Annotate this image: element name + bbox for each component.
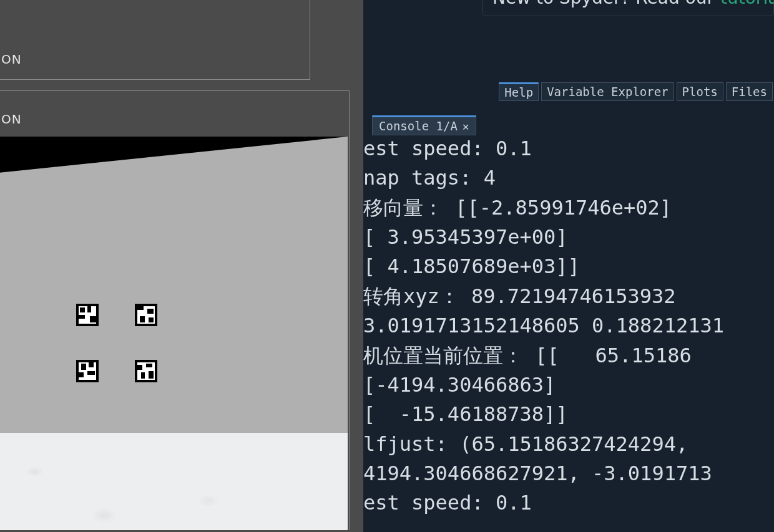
tab-plots[interactable]: Plots — [677, 82, 723, 101]
console-tab[interactable]: Console 1/A ✕ — [372, 115, 476, 135]
ide-right-pane: New to Spyder? Read our tutoria Help Var… — [363, 0, 774, 532]
scene-wall — [0, 137, 348, 437]
aruco-tag-icon — [135, 360, 157, 382]
tutorial-link[interactable]: tutoria — [720, 0, 774, 8]
tab-help[interactable]: Help — [499, 82, 539, 101]
banner-text: New to Spyder? Read our — [492, 0, 714, 8]
camera-main-status: ON — [1, 112, 22, 127]
console-tabbar: Console 1/A ✕ — [372, 115, 476, 135]
camera-panel-top: ON — [0, 0, 310, 80]
welcome-banner: New to Spyder? Read our tutoria — [482, 0, 774, 16]
pane-tabbar: Help Variable Explorer Plots Files — [499, 82, 774, 101]
scene-floor — [0, 433, 348, 530]
camera-panel-area: ON ON — [0, 0, 363, 532]
tab-variable-explorer[interactable]: Variable Explorer — [541, 82, 674, 101]
camera-panel-main: ON — [0, 90, 350, 530]
camera-top-status: ON — [1, 52, 22, 67]
camera-viewport — [0, 137, 348, 530]
aruco-tag-icon — [76, 304, 99, 326]
console-pane: Console 1/A ✕ est speed: 0.1 nap tags: 4… — [363, 103, 774, 532]
close-icon[interactable]: ✕ — [461, 120, 471, 133]
aruco-tag-icon — [76, 360, 99, 382]
aruco-tag-icon — [135, 304, 157, 326]
console-output[interactable]: est speed: 0.1 nap tags: 4 移向量： [[-2.859… — [363, 134, 774, 532]
console-tab-label: Console 1/A — [379, 119, 458, 133]
tab-files[interactable]: Files — [726, 82, 773, 101]
